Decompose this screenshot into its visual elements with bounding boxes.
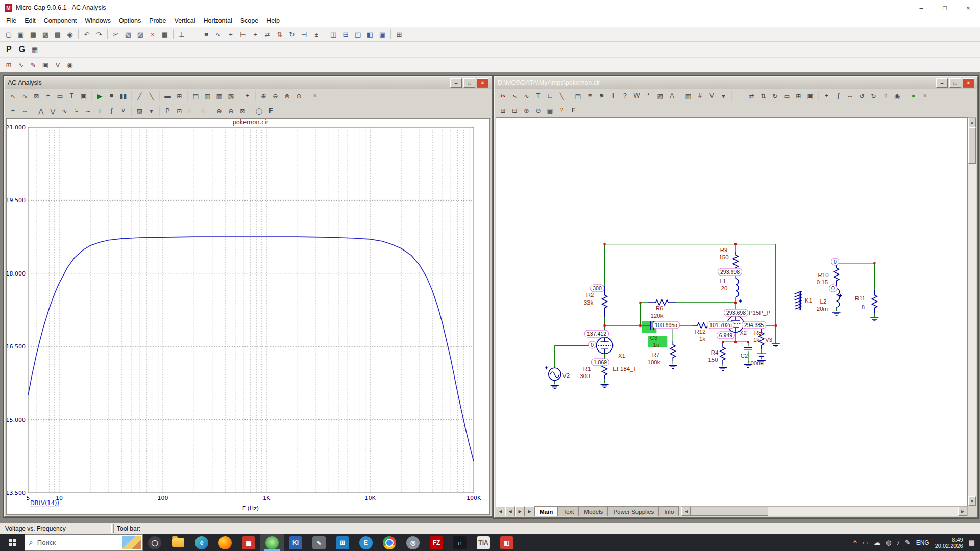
next-sheet-button[interactable]: ▶ bbox=[515, 506, 525, 516]
taskbar-app-backup-tool[interactable]: ▦ bbox=[237, 534, 260, 551]
sine-source-icon[interactable]: ∿ bbox=[212, 28, 225, 40]
close-button[interactable]: × bbox=[957, 0, 980, 15]
language-indicator[interactable]: ENG bbox=[916, 539, 929, 546]
ac-minimize-button[interactable]: – bbox=[450, 78, 462, 88]
search-icon[interactable]: ◉ bbox=[891, 90, 903, 102]
menu-file[interactable]: File bbox=[2, 16, 20, 26]
flip-vertical-icon[interactable]: ⇅ bbox=[274, 28, 286, 40]
close-plot-icon[interactable]: × bbox=[309, 90, 321, 102]
copy-to-clipboard-icon[interactable]: ⊞ bbox=[497, 105, 509, 116]
shift-view-icon[interactable]: ⇧ bbox=[879, 90, 891, 102]
display-drop-icon[interactable]: ▾ bbox=[718, 90, 729, 102]
p-mode-button[interactable]: P bbox=[3, 45, 15, 54]
node-voltages-icon[interactable]: V bbox=[706, 90, 718, 102]
polarity-icon[interactable]: ± bbox=[310, 28, 323, 40]
delete-icon[interactable]: × bbox=[146, 28, 159, 40]
valley-icon[interactable]: ⋁ bbox=[47, 105, 59, 117]
flip-horizontal-icon[interactable]: ⇄ bbox=[261, 28, 274, 40]
ac-restore-button[interactable]: □ bbox=[463, 78, 475, 88]
stop-icon[interactable]: ■ bbox=[106, 90, 117, 102]
scroll-up-icon[interactable]: ▲ bbox=[968, 118, 976, 127]
print-icon[interactable]: ▤ bbox=[52, 28, 64, 40]
sch-close-button[interactable]: × bbox=[963, 78, 974, 88]
schematic-canvas[interactable]: R9150L120R233kR6120kR121kP15P_PX2R81kV3R… bbox=[496, 117, 968, 506]
text-attributes-icon[interactable]: A bbox=[666, 90, 678, 102]
taskbar-app-ltspice[interactable]: ∿ bbox=[307, 534, 331, 551]
print-preview-icon[interactable]: ◉ bbox=[64, 28, 76, 40]
graph-mode-icon[interactable]: ∿ bbox=[19, 90, 31, 102]
menu-probe[interactable]: Probe bbox=[145, 16, 170, 26]
point-to-point-icon[interactable]: W bbox=[631, 90, 643, 102]
ground-mode-icon[interactable]: ⊥ bbox=[176, 28, 188, 40]
cut-icon[interactable]: ✂ bbox=[110, 28, 122, 40]
close-red-icon[interactable]: × bbox=[919, 90, 931, 102]
part-list-icon[interactable]: ≡ bbox=[584, 90, 596, 102]
scroll-left-icon[interactable]: ◀ bbox=[681, 507, 691, 516]
taskbar-app-tia-portal[interactable]: TIA bbox=[472, 534, 495, 551]
tee-icon[interactable]: ⊢ bbox=[237, 28, 249, 40]
frequency-label-icon[interactable]: F bbox=[265, 105, 277, 117]
grid-toggle-icon[interactable]: ⊞ bbox=[793, 90, 804, 102]
find-component-icon[interactable]: ▤ bbox=[572, 90, 584, 102]
bus-mode-icon[interactable]: ≡ bbox=[200, 28, 212, 40]
zoom-box-icon[interactable]: ◉ bbox=[64, 59, 76, 71]
menu-scope[interactable]: Scope bbox=[236, 16, 262, 26]
tile-horizontal-icon[interactable]: ⊟ bbox=[339, 28, 352, 40]
cursor-off-icon[interactable]: ⊙ bbox=[293, 90, 305, 102]
tile-vertical-icon[interactable]: ◫ bbox=[327, 28, 339, 40]
scale-mode-icon[interactable]: ⊠ bbox=[31, 90, 42, 102]
taskbar-app-explorer[interactable] bbox=[166, 534, 190, 551]
select-icon[interactable]: ↖ bbox=[7, 90, 19, 102]
cursor-left-icon[interactable]: ⊕ bbox=[258, 90, 270, 102]
stripe-1-icon[interactable]: ▤ bbox=[190, 90, 202, 102]
split-window-icon[interactable]: ◧ bbox=[364, 28, 376, 40]
color-palette-icon[interactable]: ▨ bbox=[654, 90, 666, 102]
schematic-window-titlebar[interactable]: D:\MC9\DATA\MyAmps\pokemon.cir – □ × bbox=[495, 77, 977, 89]
add-curve-icon[interactable]: + bbox=[241, 90, 253, 102]
taskbar-app-pcb-tool[interactable]: ⊞ bbox=[331, 534, 354, 551]
select-icon[interactable]: ↖ bbox=[509, 90, 521, 102]
redo-icon[interactable]: ↻ bbox=[868, 90, 879, 102]
zoom-window-icon[interactable]: ⊠ bbox=[237, 105, 249, 117]
text-tool-icon[interactable]: T bbox=[66, 90, 78, 102]
node-numbers-icon[interactable]: # bbox=[694, 90, 706, 102]
sheet-tab-text[interactable]: Text bbox=[558, 506, 579, 516]
tablet-mode-icon[interactable]: ▭ bbox=[863, 539, 869, 546]
analysis-chart-icon[interactable]: ▦ bbox=[682, 90, 694, 102]
new-icon[interactable]: ▢ bbox=[3, 28, 15, 40]
step-icon[interactable]: ⊣ bbox=[298, 28, 310, 40]
undo-icon[interactable]: ↺ bbox=[856, 90, 868, 102]
calculator-icon[interactable]: ⊞ bbox=[393, 28, 405, 40]
slope-up-icon[interactable]: ╱ bbox=[134, 90, 145, 102]
search-input[interactable]: ⌕ Поиск bbox=[24, 534, 143, 551]
copy-region-icon[interactable]: ⊟ bbox=[509, 105, 521, 116]
border-icon[interactable]: ▭ bbox=[781, 90, 793, 102]
flip-horizontal-icon[interactable]: ⇄ bbox=[746, 90, 757, 102]
peak-icon[interactable]: ⋀ bbox=[35, 105, 47, 117]
attribute-box-icon[interactable]: ▣ bbox=[39, 59, 52, 71]
menu-windows[interactable]: Windows bbox=[81, 16, 115, 26]
stripe-3-icon[interactable]: ▦ bbox=[213, 90, 225, 102]
cursor-mode-icon[interactable]: + bbox=[42, 90, 54, 102]
zoom-out-icon[interactable]: ⊖ bbox=[532, 105, 544, 116]
taskbar-app-3d-builder[interactable]: ◧ bbox=[495, 534, 519, 551]
zoom-in-icon[interactable]: ⊕ bbox=[521, 105, 532, 116]
rotate-icon[interactable]: ↻ bbox=[769, 90, 781, 102]
picture-icon[interactable]: ▣ bbox=[804, 90, 816, 102]
tray-expand-icon[interactable]: ^ bbox=[853, 539, 856, 546]
ac-window-titlebar[interactable]: AC Analysis – □ × bbox=[5, 77, 492, 89]
low-icon[interactable]: ≈ bbox=[70, 105, 82, 117]
wire-mode-icon[interactable]: — bbox=[188, 28, 200, 40]
taskbar-app-firefox[interactable] bbox=[213, 534, 237, 551]
wire-mode-icon[interactable]: ∟ bbox=[544, 90, 556, 102]
zoom-out-icon[interactable]: ⊖ bbox=[225, 105, 237, 117]
taskbar-app-microcap[interactable] bbox=[260, 534, 284, 551]
sheet-tab-info[interactable]: Info bbox=[659, 506, 679, 516]
text-mode-icon[interactable]: T bbox=[532, 90, 544, 102]
zoom-in-icon[interactable]: ⊕ bbox=[213, 105, 225, 117]
bottom-tag-icon[interactable]: ⊻ bbox=[117, 105, 129, 117]
cascade-icon[interactable]: ◰ bbox=[352, 28, 364, 40]
performance-icon[interactable]: P bbox=[162, 105, 174, 117]
probe-pencil-icon[interactable]: ✎ bbox=[27, 59, 39, 71]
mirror-icon[interactable]: ↔ bbox=[844, 90, 856, 102]
